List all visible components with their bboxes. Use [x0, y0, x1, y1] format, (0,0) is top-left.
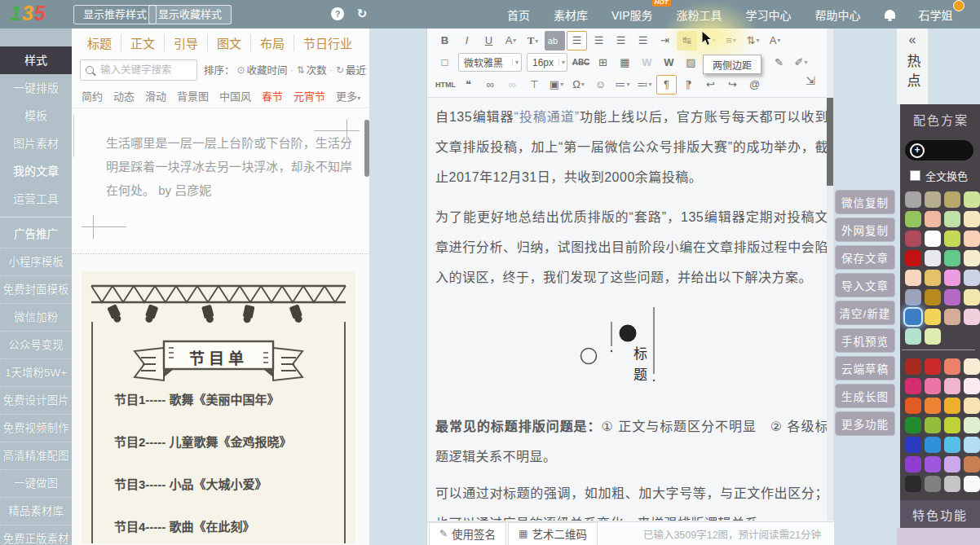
- color-swatch[interactable]: [905, 476, 921, 492]
- nav-fan-growth-tools[interactable]: 涨粉工具: [677, 7, 722, 23]
- filter-background-image[interactable]: 背景图: [177, 88, 209, 103]
- sidebar-item-free-video-production[interactable]: 免费视频制作: [0, 414, 72, 442]
- divider-style-icon[interactable]: ≡▾: [721, 31, 741, 51]
- add-color-scheme-button[interactable]: +: [905, 140, 973, 160]
- color-swatch[interactable]: [944, 289, 960, 305]
- app-logo[interactable]: 135: [10, 2, 46, 25]
- tab-layout[interactable]: 布局: [250, 34, 294, 51]
- show-recommended-styles-button[interactable]: 显示推荐样式: [73, 5, 157, 24]
- sidebar-item-operation-tools[interactable]: 运营工具: [0, 185, 72, 213]
- color-swatch[interactable]: [905, 456, 921, 472]
- filter-more[interactable]: 更多▾: [336, 88, 360, 103]
- color-swatch[interactable]: [925, 191, 941, 208]
- color-swatch[interactable]: [925, 358, 941, 375]
- emoji-icon[interactable]: ☺: [590, 75, 611, 94]
- sidebar-item-hd-images[interactable]: 高清精准配图: [0, 442, 72, 469]
- ordered-list-icon[interactable]: ≔▾: [612, 75, 633, 94]
- color-swatch[interactable]: [925, 398, 941, 414]
- color-swatch[interactable]: [925, 476, 941, 492]
- cloud-draft-button[interactable]: 云端草稿: [835, 356, 895, 380]
- strikethrough-icon[interactable]: ABC: [571, 53, 591, 73]
- color-swatch[interactable]: [944, 476, 960, 492]
- nav-help-center[interactable]: 帮助中心: [815, 7, 861, 23]
- filter-dynamic[interactable]: 动态: [113, 88, 135, 103]
- style-panel-scrollbar[interactable]: [364, 120, 369, 177]
- clear-new-button[interactable]: 清空/新建: [835, 301, 895, 325]
- color-swatch[interactable]: [944, 358, 960, 375]
- color-swatch[interactable]: [964, 191, 980, 208]
- nav-home[interactable]: 首页: [507, 7, 530, 23]
- filter-chinese-style[interactable]: 中国风: [219, 88, 251, 103]
- image-icon[interactable]: ▨: [681, 53, 701, 73]
- align-right-icon[interactable]: ☰: [611, 31, 631, 51]
- color-swatch[interactable]: [964, 398, 980, 414]
- sidebar-item-free-licensed-materials[interactable]: 免费正版素材: [0, 525, 72, 545]
- redo-icon[interactable]: ↪: [722, 75, 743, 94]
- sidebar-item-my-articles[interactable]: 我的文章: [0, 157, 72, 185]
- color-swatch[interactable]: [964, 476, 980, 492]
- search-box[interactable]: [80, 59, 197, 81]
- paragraph-spacing-icon[interactable]: ⇅▾: [743, 31, 763, 51]
- save-article-button[interactable]: 保存文章: [835, 245, 895, 270]
- text-style-icon[interactable]: T▾: [523, 31, 543, 51]
- color-swatch[interactable]: [944, 211, 960, 227]
- word-icon[interactable]: W: [659, 53, 679, 73]
- nav-vip-services[interactable]: VIP服务HOT: [611, 7, 653, 23]
- full-recolor-checkbox[interactable]: [910, 170, 920, 181]
- color-swatch[interactable]: [944, 378, 960, 394]
- color-swatch[interactable]: [925, 289, 941, 305]
- color-swatch[interactable]: [944, 231, 960, 247]
- color-swatch[interactable]: [964, 211, 980, 227]
- table-image-icon[interactable]: ▦: [615, 53, 635, 73]
- color-swatch-selected[interactable]: [905, 309, 921, 325]
- color-swatch[interactable]: [905, 289, 921, 305]
- filter-spring-festival[interactable]: 春节: [262, 88, 283, 103]
- wechat-copy-button[interactable]: 微信复制: [835, 190, 895, 214]
- color-swatch[interactable]: [964, 358, 980, 375]
- filter-sliding[interactable]: 滑动: [145, 88, 166, 103]
- program-list-style-card[interactable]: 节目单 节目1----- 歌舞《美丽中国年》节目2----- 儿童歌舞《金鸡报晓…: [82, 271, 355, 543]
- tab-image-text[interactable]: 图文: [207, 34, 250, 51]
- color-swatch[interactable]: [964, 309, 980, 325]
- editor-scrollbar[interactable]: [827, 29, 833, 521]
- sidebar-item-one-click-layout[interactable]: 一键排版: [0, 74, 72, 102]
- line-height-icon[interactable]: ⇕▾: [699, 31, 719, 51]
- tab-title[interactable]: 标题: [78, 34, 121, 51]
- highlight-color-icon[interactable]: ab▾: [545, 31, 565, 51]
- color-swatch[interactable]: [925, 437, 941, 453]
- color-swatch[interactable]: [964, 270, 980, 286]
- color-swatch[interactable]: [925, 378, 941, 394]
- long-image-button[interactable]: 生成长图: [835, 384, 895, 408]
- editor-scrollbar-thumb[interactable]: [827, 98, 833, 186]
- color-swatch[interactable]: [964, 378, 980, 394]
- collapse-panel-icon[interactable]: «: [897, 29, 928, 47]
- color-swatch[interactable]: [905, 250, 921, 266]
- color-swatch[interactable]: [964, 289, 980, 305]
- sidebar-item-styles[interactable]: 样式: [0, 46, 72, 74]
- new-doc-icon[interactable]: □: [435, 53, 455, 73]
- quote-style-card[interactable]: 生活哪里是一层一层上台阶或下台阶，生活分明是踩着一块浮冰去另一块浮冰，却永不知岸…: [72, 108, 369, 254]
- font-family-select[interactable]: 微软雅黑▾: [458, 53, 522, 72]
- sidebar-item-wechat-fans[interactable]: 微信加粉: [0, 303, 72, 331]
- refresh-icon[interactable]: ↻: [355, 7, 369, 20]
- unordered-list-icon[interactable]: ≕▾: [634, 75, 655, 94]
- letter-spacing-icon[interactable]: A▾: [765, 31, 785, 51]
- tab-body[interactable]: 正文: [121, 34, 164, 51]
- magic-wand-icon[interactable]: ✐▾: [791, 53, 811, 73]
- color-swatch[interactable]: [944, 191, 960, 208]
- color-swatch[interactable]: [925, 231, 941, 247]
- nav-learning-center[interactable]: 学习中心: [746, 7, 792, 23]
- undo-icon[interactable]: ↩: [700, 75, 721, 94]
- fullscreen-icon[interactable]: ⇲: [806, 74, 815, 87]
- table-icon[interactable]: ⊞: [593, 53, 613, 73]
- sidebar-item-account-monetization[interactable]: 公众号变现: [0, 331, 72, 358]
- font-color-icon[interactable]: A▾: [501, 31, 521, 51]
- search-input[interactable]: [99, 64, 192, 77]
- color-swatch[interactable]: [905, 378, 921, 394]
- user-menu[interactable]: 石学姐: [919, 7, 953, 23]
- format-brush-icon[interactable]: ✎: [769, 53, 789, 73]
- tab-guide[interactable]: 引导: [164, 34, 207, 51]
- color-swatch[interactable]: [944, 456, 960, 472]
- sort-by-recent[interactable]: ↻最近: [336, 62, 369, 77]
- sidebar-item-free-cover-templates[interactable]: 免费封面模板: [0, 275, 72, 303]
